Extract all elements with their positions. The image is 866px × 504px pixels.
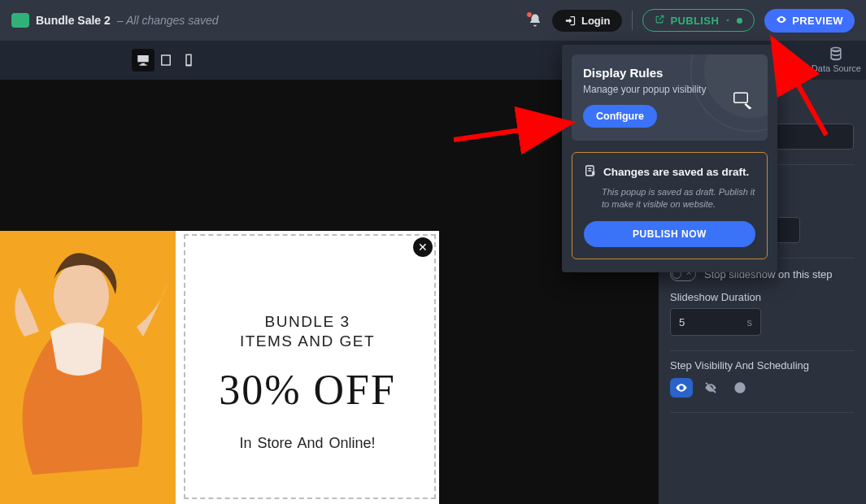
visibility-show-button[interactable] — [670, 378, 693, 398]
login-button[interactable]: Login — [552, 10, 622, 32]
preview-button[interactable]: PREVIEW — [764, 9, 855, 33]
publish-dropdown: Display Rules Manage your popup visibili… — [562, 45, 777, 272]
popup-discount: 30% OFF — [219, 366, 396, 414]
device-switcher — [132, 49, 200, 72]
separator — [632, 11, 633, 30]
status-dot-icon — [737, 18, 742, 24]
draft-card: Changes are saved as draft. This popup i… — [572, 152, 768, 259]
display-rules-card: Display Rules Manage your popup visibili… — [572, 54, 768, 141]
popup-preview[interactable]: BUNDLE 3 ITEMS AND GET 30% OFF In Store … — [0, 231, 439, 504]
document-title: Bundle Sale 2 — [36, 14, 111, 27]
visibility-hide-button[interactable] — [699, 378, 722, 398]
rules-icon — [733, 92, 753, 113]
configure-label: Configure — [596, 111, 644, 122]
login-icon — [564, 15, 577, 27]
publish-now-label: PUBLISH NOW — [633, 228, 707, 240]
duration-value: 5 — [679, 316, 685, 328]
notifications-icon[interactable] — [528, 13, 542, 28]
slideshow-duration-input[interactable]: 5 s — [670, 308, 761, 336]
device-tablet-button[interactable] — [154, 49, 177, 72]
svg-point-2 — [54, 262, 109, 330]
popup-content: BUNDLE 3 ITEMS AND GET 30% OFF In Store … — [176, 231, 439, 504]
popup-headline-1: BUNDLE 3 — [265, 312, 350, 332]
draft-icon — [584, 164, 597, 180]
close-icon: ✕ — [418, 241, 428, 254]
device-mobile-button[interactable] — [177, 49, 200, 72]
duration-unit: s — [747, 316, 753, 328]
top-bar: Bundle Sale 2 – All changes saved Login … — [0, 0, 866, 41]
publish-button[interactable]: PUBLISH — [642, 9, 755, 32]
external-link-icon — [655, 14, 665, 27]
step-visibility-label: Step Visibility And Scheduling — [670, 359, 855, 371]
draft-title: Changes are saved as draft. — [603, 166, 749, 178]
editor-canvas[interactable]: BUNDLE 3 ITEMS AND GET 30% OFF In Store … — [0, 80, 659, 504]
svg-rect-3 — [734, 93, 748, 102]
popup-subline: In Store And Online! — [239, 435, 375, 452]
chevron-down-icon — [724, 15, 732, 27]
eye-icon — [776, 14, 787, 28]
publish-now-button[interactable]: PUBLISH NOW — [584, 221, 755, 247]
popup-image — [0, 231, 176, 504]
data-source-label: Data Source — [812, 63, 861, 73]
publish-label: PUBLISH — [670, 15, 719, 27]
configure-button[interactable]: Configure — [583, 105, 657, 128]
save-status: – All changes saved — [117, 14, 219, 27]
popup-close-button[interactable]: ✕ — [413, 237, 433, 257]
popup-headline-2: ITEMS AND GET — [240, 332, 375, 351]
slideshow-duration-label: Slideshow Duration — [670, 291, 855, 303]
visibility-schedule-button[interactable] — [729, 378, 751, 398]
preview-label: PREVIEW — [792, 15, 843, 27]
top-bar-right: Login PUBLISH PREVIEW — [528, 9, 855, 33]
data-source-button[interactable]: Data Source — [812, 46, 861, 73]
device-desktop-button[interactable] — [132, 49, 154, 72]
login-label: Login — [581, 15, 610, 27]
brand-icon — [11, 13, 29, 28]
draft-note: This popup is saved as draft. Publish it… — [602, 186, 755, 211]
